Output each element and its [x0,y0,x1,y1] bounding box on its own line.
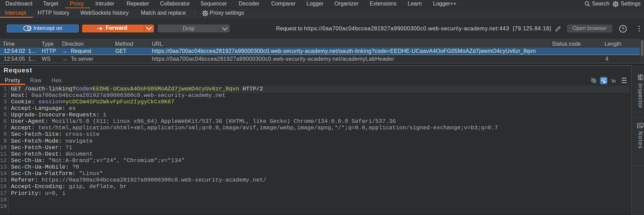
svg-text:?: ? [622,27,625,31]
